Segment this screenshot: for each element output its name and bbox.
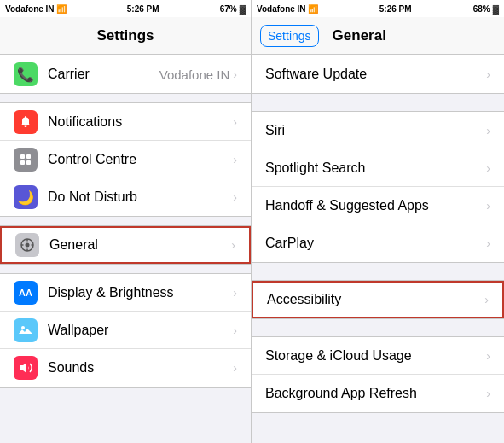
handoff-label: Handoff & Suggested Apps <box>265 198 486 213</box>
settings-row-wallpaper[interactable]: Wallpaper › <box>0 312 251 349</box>
storage-label: Storage & iCloud Usage <box>265 348 486 364</box>
right-row-siri[interactable]: Siri › <box>252 112 504 149</box>
settings-row-sounds[interactable]: Sounds › <box>0 349 251 387</box>
background-label: Background App Refresh <box>265 386 486 401</box>
left-nav-bar: Settings <box>0 17 251 55</box>
control-centre-chevron: › <box>233 153 237 166</box>
right-group-bottom: Storage & iCloud Usage › Background App … <box>252 336 504 413</box>
control-centre-label: Control Centre <box>48 152 233 167</box>
right-status-left: Vodafone IN 📶 <box>257 4 318 14</box>
background-chevron: › <box>486 387 490 400</box>
carrier-label: Carrier <box>48 67 159 82</box>
settings-row-notifications[interactable]: Notifications › <box>0 103 251 141</box>
right-group-top: Software Update › <box>252 55 504 94</box>
general-chevron: › <box>231 238 235 252</box>
svg-rect-2 <box>20 160 25 165</box>
handoff-chevron: › <box>486 199 490 213</box>
right-row-software-update[interactable]: Software Update › <box>252 55 504 93</box>
wallpaper-icon <box>14 318 38 342</box>
notifications-icon <box>14 110 38 134</box>
left-group-carrier: 📞 Carrier Vodafone IN › <box>0 55 251 94</box>
display-label: Display & Brightness <box>48 285 233 300</box>
wifi-icon-right: 📶 <box>308 4 318 14</box>
left-title: Settings <box>96 27 154 44</box>
right-status-bar: Vodafone IN 📶 5:26 PM 68% ▓ <box>252 0 504 17</box>
left-status-bar: Vodafone IN 📶 5:26 PM 67% ▓ <box>0 0 251 17</box>
right-group-accessibility: Accessibility › <box>252 280 504 319</box>
do-not-disturb-icon: 🌙 <box>14 185 38 209</box>
sounds-chevron: › <box>233 361 237 375</box>
right-settings-list: Software Update › Siri › Spotlight Searc… <box>252 55 504 443</box>
left-group-general: General › <box>0 225 251 265</box>
svg-point-5 <box>26 243 30 248</box>
notifications-chevron: › <box>233 115 237 129</box>
general-label: General <box>49 237 231 253</box>
settings-row-general[interactable]: General › <box>0 226 251 264</box>
right-row-accessibility[interactable]: Accessibility › <box>252 281 504 318</box>
svg-rect-3 <box>26 160 31 165</box>
wifi-icon-left: 📶 <box>56 4 67 14</box>
right-row-spotlight-search[interactable]: Spotlight Search › <box>252 149 504 187</box>
carrier-value: Vodafone IN <box>159 67 230 82</box>
right-status-right: 68% ▓ <box>473 4 499 14</box>
control-centre-icon <box>14 148 38 172</box>
siri-label: Siri <box>265 123 486 138</box>
carrier-icon: 📞 <box>14 62 38 86</box>
gap-2 <box>252 263 504 271</box>
gap-1 <box>252 94 504 102</box>
right-row-storage[interactable]: Storage & iCloud Usage › <box>252 337 504 375</box>
carrier-right: Vodafone IN <box>257 4 306 14</box>
wallpaper-chevron: › <box>233 324 237 337</box>
wallpaper-label: Wallpaper <box>48 323 233 338</box>
gap-3 <box>252 319 504 328</box>
software-update-label: Software Update <box>265 67 486 82</box>
left-status-left: Vodafone IN 📶 <box>5 4 67 14</box>
sounds-label: Sounds <box>48 360 233 376</box>
do-not-disturb-chevron: › <box>233 190 237 204</box>
left-group-main: Notifications › Control Centre › <box>0 102 251 217</box>
left-group-bottom: AA Display & Brightness › Wallpaper › <box>0 273 251 388</box>
storage-chevron: › <box>486 349 490 363</box>
right-panel: Vodafone IN 📶 5:26 PM 68% ▓ Settings Gen… <box>252 0 504 443</box>
spotlight-search-label: Spotlight Search <box>265 160 486 176</box>
left-settings-list: 📞 Carrier Vodafone IN › Notifications › <box>0 55 251 443</box>
carrier-chevron: › <box>233 67 237 81</box>
accessibility-chevron: › <box>484 293 489 306</box>
settings-row-control-centre[interactable]: Control Centre › <box>0 141 251 178</box>
software-update-chevron: › <box>486 67 490 81</box>
battery-left: 67% <box>220 4 237 14</box>
back-settings-tab[interactable]: Settings <box>260 25 319 47</box>
accessibility-label: Accessibility <box>267 292 484 307</box>
carplay-chevron: › <box>486 236 490 250</box>
settings-row-carrier[interactable]: 📞 Carrier Vodafone IN › <box>0 55 251 93</box>
display-chevron: › <box>233 286 237 300</box>
spotlight-chevron: › <box>486 161 490 175</box>
settings-row-display[interactable]: AA Display & Brightness › <box>0 274 251 312</box>
carrier-left: Vodafone IN <box>5 4 55 14</box>
right-tab-nav: Settings General <box>252 17 504 55</box>
left-status-right: 67% ▓ <box>220 4 246 14</box>
siri-chevron: › <box>486 124 490 137</box>
general-icon <box>15 233 39 257</box>
time-right: 5:26 PM <box>379 4 412 14</box>
do-not-disturb-label: Do Not Disturb <box>48 189 233 205</box>
svg-point-10 <box>21 326 25 329</box>
battery-icon-left: ▓ <box>240 4 246 14</box>
right-title: General <box>333 27 386 44</box>
battery-icon-right: ▓ <box>493 4 499 14</box>
display-icon: AA <box>14 281 38 305</box>
right-group-mid: Siri › Spotlight Search › Handoff & Sugg… <box>252 111 504 263</box>
left-panel: Vodafone IN 📶 5:26 PM 67% ▓ Settings 📞 C… <box>0 0 252 443</box>
time-left: 5:26 PM <box>127 4 159 14</box>
svg-rect-0 <box>20 154 25 159</box>
right-row-carplay[interactable]: CarPlay › <box>252 224 504 262</box>
carplay-label: CarPlay <box>265 236 486 251</box>
right-row-handoff[interactable]: Handoff & Suggested Apps › <box>252 187 504 224</box>
battery-right: 68% <box>473 4 490 14</box>
sounds-icon <box>14 356 38 380</box>
settings-row-do-not-disturb[interactable]: 🌙 Do Not Disturb › <box>0 178 251 216</box>
right-row-background[interactable]: Background App Refresh › <box>252 375 504 412</box>
svg-rect-1 <box>26 154 31 159</box>
notifications-label: Notifications <box>48 114 233 130</box>
